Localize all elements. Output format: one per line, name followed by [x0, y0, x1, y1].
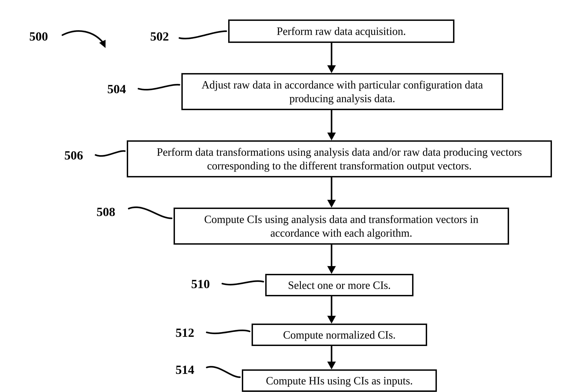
- step-514: Compute HIs using CIs as inputs.: [242, 369, 437, 392]
- step-504-text: Adjust raw data in accordance with parti…: [190, 78, 494, 105]
- leader-514: [205, 362, 242, 379]
- step-510: Select one or more CIs.: [265, 274, 413, 296]
- ref-502: 502: [150, 29, 169, 44]
- step-502: Perform raw data acquisition.: [228, 19, 454, 43]
- arrow-502-504-shaft: [331, 43, 332, 65]
- ref-500: 500: [29, 29, 48, 44]
- ref-506: 506: [64, 148, 83, 163]
- arrow-508-510-shaft: [331, 245, 332, 266]
- arrow-506-508-head: [327, 200, 336, 208]
- arrow-512-514-head: [327, 362, 336, 369]
- leader-506: [94, 144, 127, 162]
- step-506-text: Perform data transformations using analy…: [136, 145, 543, 172]
- arrow-506-508-shaft: [331, 177, 332, 200]
- leader-502: [177, 25, 228, 43]
- arrow-504-506-shaft: [331, 110, 332, 133]
- step-510-text: Select one or more CIs.: [288, 278, 391, 292]
- leader-508: [127, 201, 174, 220]
- step-514-text: Compute HIs using CIs as inputs.: [266, 374, 413, 388]
- step-512: Compute normalized CIs.: [252, 323, 427, 346]
- step-504: Adjust raw data in accordance with parti…: [181, 73, 503, 110]
- arrow-508-510-head: [327, 266, 336, 274]
- flowchart-canvas: 500 502 Perform raw data acquisition. 50…: [0, 0, 565, 392]
- leader-510: [220, 273, 265, 291]
- ref-504: 504: [107, 82, 126, 96]
- leader-512: [205, 323, 252, 339]
- arrow-502-504-head: [327, 65, 336, 73]
- step-508-text: Compute CIs using analysis data and tran…: [183, 212, 500, 240]
- arrow-512-514-shaft: [331, 346, 332, 362]
- step-512-text: Compute normalized CIs.: [283, 328, 395, 342]
- arrow-510-512-shaft: [331, 296, 332, 316]
- step-502-text: Perform raw data acquisition.: [277, 24, 406, 38]
- step-506: Perform data transformations using analy…: [127, 140, 552, 177]
- leader-504: [137, 78, 181, 96]
- ref-508: 508: [97, 205, 115, 219]
- arrow-504-506-head: [327, 133, 336, 140]
- arrow-510-512-head: [327, 316, 336, 323]
- ref-514: 514: [175, 363, 194, 377]
- ref-510: 510: [191, 277, 210, 291]
- ref-512: 512: [175, 325, 194, 340]
- step-508: Compute CIs using analysis data and tran…: [174, 208, 509, 245]
